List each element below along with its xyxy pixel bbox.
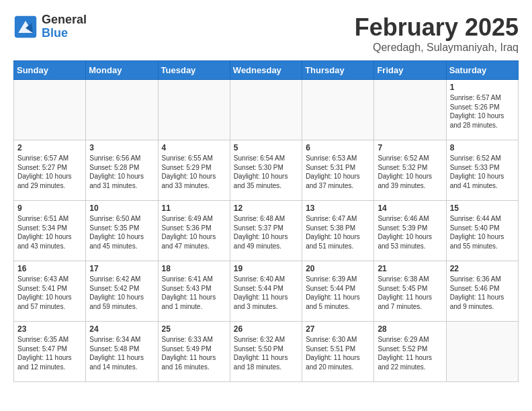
day-number: 26 (234, 324, 298, 334)
calendar-subtitle: Qeredagh, Sulaymaniyah, Iraq (355, 42, 519, 54)
day-info: Sunrise: 6:29 AM Sunset: 5:52 PM Dayligh… (378, 335, 442, 371)
day-info: Sunrise: 6:57 AM Sunset: 5:27 PM Dayligh… (17, 154, 82, 190)
day-info: Sunrise: 6:40 AM Sunset: 5:44 PM Dayligh… (234, 275, 298, 311)
day-info: Sunrise: 6:55 AM Sunset: 5:29 PM Dayligh… (162, 154, 226, 190)
page-header: General Blue February 2025 Qeredagh, Sul… (13, 13, 519, 54)
day-number: 5 (234, 143, 298, 152)
week-row-1: 1Sunrise: 6:57 AM Sunset: 5:26 PM Daylig… (14, 80, 519, 140)
calendar-cell: 6Sunrise: 6:53 AM Sunset: 5:31 PM Daylig… (302, 140, 374, 201)
calendar-cell (302, 80, 374, 140)
day-number: 23 (17, 324, 82, 334)
day-info: Sunrise: 6:54 AM Sunset: 5:30 PM Dayligh… (234, 154, 298, 190)
calendar-cell: 7Sunrise: 6:52 AM Sunset: 5:32 PM Daylig… (374, 140, 446, 201)
day-number: 16 (17, 264, 82, 273)
day-info: Sunrise: 6:32 AM Sunset: 5:50 PM Dayligh… (234, 335, 298, 371)
day-number: 12 (234, 203, 298, 213)
calendar-cell: 5Sunrise: 6:54 AM Sunset: 5:30 PM Daylig… (230, 140, 302, 201)
day-number: 8 (450, 143, 515, 152)
calendar-cell (446, 322, 518, 382)
calendar-cell: 14Sunrise: 6:46 AM Sunset: 5:39 PM Dayli… (374, 201, 446, 261)
logo: General Blue (13, 13, 87, 40)
day-header-saturday: Saturday (446, 61, 518, 80)
calendar-cell (158, 80, 230, 140)
day-number: 3 (89, 143, 154, 152)
logo-icon (13, 15, 38, 39)
day-info: Sunrise: 6:30 AM Sunset: 5:51 PM Dayligh… (306, 335, 370, 371)
calendar-cell: 18Sunrise: 6:41 AM Sunset: 5:43 PM Dayli… (158, 261, 230, 322)
day-number: 25 (162, 324, 226, 334)
day-info: Sunrise: 6:57 AM Sunset: 5:26 PM Dayligh… (450, 93, 515, 130)
calendar-cell: 17Sunrise: 6:42 AM Sunset: 5:42 PM Dayli… (86, 261, 158, 322)
logo-text: General Blue (42, 13, 87, 40)
day-header-tuesday: Tuesday (158, 61, 230, 80)
day-number: 21 (378, 264, 442, 273)
week-row-4: 16Sunrise: 6:43 AM Sunset: 5:41 PM Dayli… (14, 261, 519, 322)
week-row-5: 23Sunrise: 6:35 AM Sunset: 5:47 PM Dayli… (14, 322, 519, 382)
day-info: Sunrise: 6:34 AM Sunset: 5:48 PM Dayligh… (89, 335, 154, 371)
day-number: 4 (162, 143, 226, 152)
day-info: Sunrise: 6:52 AM Sunset: 5:32 PM Dayligh… (378, 154, 442, 190)
calendar-cell: 26Sunrise: 6:32 AM Sunset: 5:50 PM Dayli… (230, 322, 302, 382)
day-header-monday: Monday (86, 61, 158, 80)
day-info: Sunrise: 6:50 AM Sunset: 5:35 PM Dayligh… (89, 214, 154, 250)
day-number: 13 (306, 203, 370, 213)
day-info: Sunrise: 6:38 AM Sunset: 5:45 PM Dayligh… (378, 275, 442, 311)
calendar-cell (86, 80, 158, 140)
day-info: Sunrise: 6:49 AM Sunset: 5:36 PM Dayligh… (162, 214, 226, 250)
calendar-cell: 10Sunrise: 6:50 AM Sunset: 5:35 PM Dayli… (86, 201, 158, 261)
day-number: 1 (450, 83, 515, 92)
calendar-title: February 2025 (355, 13, 519, 42)
logo-general: General (42, 13, 87, 27)
day-number: 24 (89, 324, 154, 334)
calendar-cell: 23Sunrise: 6:35 AM Sunset: 5:47 PM Dayli… (14, 322, 86, 382)
day-info: Sunrise: 6:46 AM Sunset: 5:39 PM Dayligh… (378, 214, 442, 250)
day-info: Sunrise: 6:52 AM Sunset: 5:33 PM Dayligh… (450, 154, 515, 190)
week-row-2: 2Sunrise: 6:57 AM Sunset: 5:27 PM Daylig… (14, 140, 519, 201)
calendar-cell (374, 80, 446, 140)
day-info: Sunrise: 6:48 AM Sunset: 5:37 PM Dayligh… (234, 214, 298, 250)
day-number: 6 (306, 143, 370, 152)
calendar-cell: 19Sunrise: 6:40 AM Sunset: 5:44 PM Dayli… (230, 261, 302, 322)
day-info: Sunrise: 6:47 AM Sunset: 5:38 PM Dayligh… (306, 214, 370, 250)
day-header-thursday: Thursday (302, 61, 374, 80)
day-header-wednesday: Wednesday (230, 61, 302, 80)
calendar-cell (14, 80, 86, 140)
day-number: 19 (234, 264, 298, 273)
calendar-cell: 24Sunrise: 6:34 AM Sunset: 5:48 PM Dayli… (86, 322, 158, 382)
calendar-cell: 12Sunrise: 6:48 AM Sunset: 5:37 PM Dayli… (230, 201, 302, 261)
day-info: Sunrise: 6:53 AM Sunset: 5:31 PM Dayligh… (306, 154, 370, 190)
calendar-cell: 1Sunrise: 6:57 AM Sunset: 5:26 PM Daylig… (446, 80, 518, 140)
day-header-friday: Friday (374, 61, 446, 80)
calendar-cell: 25Sunrise: 6:33 AM Sunset: 5:49 PM Dayli… (158, 322, 230, 382)
day-info: Sunrise: 6:56 AM Sunset: 5:28 PM Dayligh… (89, 154, 154, 190)
day-info: Sunrise: 6:41 AM Sunset: 5:43 PM Dayligh… (162, 275, 226, 311)
day-number: 11 (162, 203, 226, 213)
calendar-cell: 3Sunrise: 6:56 AM Sunset: 5:28 PM Daylig… (86, 140, 158, 201)
day-info: Sunrise: 6:43 AM Sunset: 5:41 PM Dayligh… (17, 275, 82, 311)
calendar-cell (230, 80, 302, 140)
calendar-header-row: SundayMondayTuesdayWednesdayThursdayFrid… (14, 61, 519, 80)
calendar-cell: 16Sunrise: 6:43 AM Sunset: 5:41 PM Dayli… (14, 261, 86, 322)
title-section: February 2025 Qeredagh, Sulaymaniyah, Ir… (355, 13, 519, 54)
day-number: 2 (17, 143, 82, 152)
day-info: Sunrise: 6:36 AM Sunset: 5:46 PM Dayligh… (450, 275, 515, 311)
day-header-sunday: Sunday (14, 61, 86, 80)
day-number: 27 (306, 324, 370, 334)
day-number: 15 (450, 203, 515, 213)
day-number: 14 (378, 203, 442, 213)
calendar-cell: 8Sunrise: 6:52 AM Sunset: 5:33 PM Daylig… (446, 140, 518, 201)
day-number: 20 (306, 264, 370, 273)
day-info: Sunrise: 6:33 AM Sunset: 5:49 PM Dayligh… (162, 335, 226, 371)
logo-blue: Blue (42, 27, 87, 40)
day-info: Sunrise: 6:44 AM Sunset: 5:40 PM Dayligh… (450, 214, 515, 250)
day-info: Sunrise: 6:51 AM Sunset: 5:34 PM Dayligh… (17, 214, 82, 250)
calendar-cell: 11Sunrise: 6:49 AM Sunset: 5:36 PM Dayli… (158, 201, 230, 261)
day-number: 17 (89, 264, 154, 273)
calendar-cell: 27Sunrise: 6:30 AM Sunset: 5:51 PM Dayli… (302, 322, 374, 382)
calendar-cell: 2Sunrise: 6:57 AM Sunset: 5:27 PM Daylig… (14, 140, 86, 201)
day-number: 7 (378, 143, 442, 152)
day-number: 22 (450, 264, 515, 273)
calendar-cell: 13Sunrise: 6:47 AM Sunset: 5:38 PM Dayli… (302, 201, 374, 261)
day-info: Sunrise: 6:35 AM Sunset: 5:47 PM Dayligh… (17, 335, 82, 371)
day-info: Sunrise: 6:39 AM Sunset: 5:44 PM Dayligh… (306, 275, 370, 311)
